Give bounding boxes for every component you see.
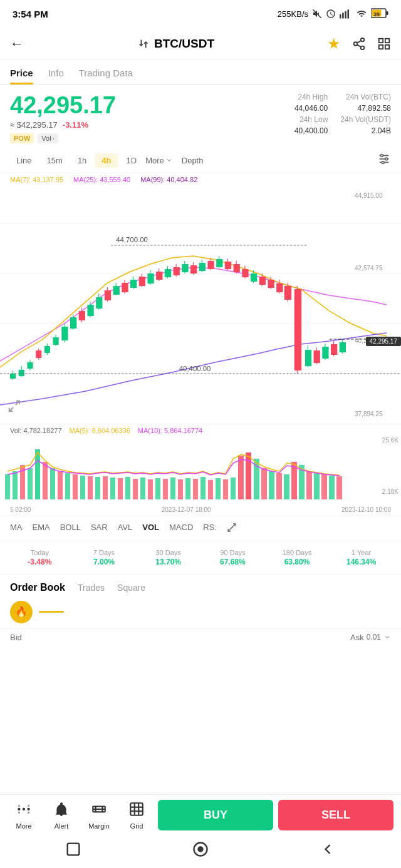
svg-rect-38 [44, 346, 50, 353]
ctrl-depth[interactable]: Depth [175, 153, 210, 168]
svg-rect-78 [207, 261, 214, 269]
svg-rect-17 [379, 44, 383, 48]
svg-point-163 [27, 807, 29, 810]
svg-rect-4 [348, 9, 350, 18]
ctrl-1d[interactable]: 1D [120, 153, 143, 168]
ctrl-1h[interactable]: 1h [71, 153, 93, 168]
svg-rect-68 [165, 269, 171, 277]
svg-rect-42 [61, 327, 68, 340]
ind-avl[interactable]: AVL [118, 521, 133, 536]
h24-high-label: 24h High [278, 93, 328, 101]
svg-rect-40 [53, 337, 59, 345]
price-left: 42,295.17 ≈ $42,295.17 -3.11% POW Vol › [10, 93, 116, 143]
svg-rect-46 [79, 311, 85, 320]
svg-rect-126 [95, 477, 100, 499]
buy-button[interactable]: BUY [158, 800, 273, 830]
ind-more[interactable] [227, 521, 237, 536]
ind-macd[interactable]: MACD [169, 521, 193, 536]
svg-rect-154 [306, 471, 312, 499]
svg-rect-139 [193, 479, 198, 499]
price-usd-value: ≈ $42,295.17 [10, 120, 58, 130]
sell-button[interactable]: SELL [278, 800, 393, 830]
orderbook-square-tab[interactable]: Square [117, 583, 145, 593]
tabs-bar: Price Info Trading Data [0, 60, 401, 85]
bottom-grid[interactable]: Grid [120, 801, 153, 830]
ind-vol[interactable]: VOL [142, 521, 159, 536]
svg-rect-72 [182, 264, 188, 272]
svg-rect-177 [68, 844, 80, 855]
phone-back-icon[interactable] [192, 840, 209, 860]
ind-ma[interactable]: MA [10, 521, 23, 536]
ctrl-line[interactable]: Line [10, 153, 38, 168]
tab-price[interactable]: Price [10, 60, 33, 84]
vol-tag[interactable]: Vol › [38, 133, 58, 143]
expand-icon[interactable] [8, 399, 21, 416]
svg-point-9 [361, 38, 365, 41]
svg-rect-144 [231, 477, 236, 499]
svg-point-179 [198, 847, 202, 852]
svg-line-112 [16, 401, 19, 405]
back-button[interactable]: ← [10, 36, 24, 52]
ind-rs[interactable]: RS: [203, 521, 217, 536]
svg-point-167 [28, 811, 29, 813]
vol-ma10-label: MA(10): 5,864.16774 [138, 427, 202, 434]
chevron-down-ask-icon[interactable] [383, 633, 391, 641]
svg-rect-88 [251, 273, 257, 282]
svg-rect-48 [87, 305, 93, 316]
chart-settings-icon[interactable] [377, 152, 391, 169]
svg-rect-148 [261, 468, 267, 499]
alarm-icon [326, 9, 336, 19]
bottom-more[interactable]: More [8, 801, 40, 830]
ind-boll[interactable]: BOLL [60, 521, 81, 536]
bottom-margin[interactable]: Margin [83, 801, 115, 830]
status-bar: 3:54 PM 255KB/s 39 [0, 0, 401, 28]
ctrl-more[interactable]: More [145, 156, 173, 165]
ind-ema[interactable]: EMA [33, 521, 50, 536]
svg-rect-36 [36, 350, 41, 358]
svg-rect-117 [28, 468, 33, 499]
svg-rect-133 [148, 479, 153, 499]
bottom-alert[interactable]: Alert [45, 801, 78, 830]
favorite-icon[interactable]: ★ [327, 35, 341, 53]
h24-low-value: 40,400.00 [278, 126, 328, 135]
tab-info[interactable]: Info [48, 60, 64, 84]
svg-rect-104 [314, 350, 320, 363]
grid-icon[interactable] [377, 37, 391, 51]
orderbook-fire-row: 🔥 [0, 598, 401, 628]
svg-rect-1 [340, 14, 341, 19]
ind-sar[interactable]: SAR [91, 521, 108, 536]
svg-rect-56 [113, 286, 120, 295]
svg-rect-2 [342, 13, 344, 18]
fire-icon-circle[interactable]: 🔥 [10, 601, 33, 623]
svg-rect-149 [269, 471, 274, 499]
svg-rect-137 [178, 479, 183, 499]
h24-vol-usdt-value: 2.04B [340, 126, 391, 135]
phone-home-icon[interactable] [65, 840, 82, 860]
svg-rect-138 [185, 478, 190, 499]
svg-rect-143 [223, 479, 228, 499]
more-label: More [16, 822, 31, 830]
candlestick-chart: 44,700.00 [0, 186, 401, 424]
volume-scale: 25.6K 2.18K [382, 424, 398, 505]
price-usd: ≈ $42,295.17 -3.11% [10, 120, 116, 130]
svg-rect-30 [10, 374, 16, 379]
tab-trading-data[interactable]: Trading Data [79, 60, 133, 84]
status-right: 255KB/s 39 [278, 8, 388, 20]
svg-point-165 [18, 811, 20, 813]
svg-point-162 [23, 807, 25, 810]
svg-rect-110 [340, 342, 346, 352]
ctrl-4h[interactable]: 4h [95, 153, 117, 168]
svg-rect-172 [130, 803, 143, 815]
orderbook-trades-tab[interactable]: Trades [78, 583, 105, 593]
svg-rect-106 [322, 347, 328, 359]
svg-rect-128 [110, 477, 115, 499]
h24-high-value: 44,046.00 [278, 104, 328, 113]
svg-rect-58 [122, 283, 128, 292]
svg-rect-96 [284, 286, 291, 300]
phone-recent-icon[interactable] [319, 840, 336, 860]
share-icon[interactable] [352, 37, 366, 51]
svg-rect-14 [379, 38, 383, 42]
svg-rect-158 [336, 476, 342, 499]
orderbook-header: Order Book Trades Square [0, 574, 401, 598]
ctrl-15m[interactable]: 15m [41, 153, 69, 168]
